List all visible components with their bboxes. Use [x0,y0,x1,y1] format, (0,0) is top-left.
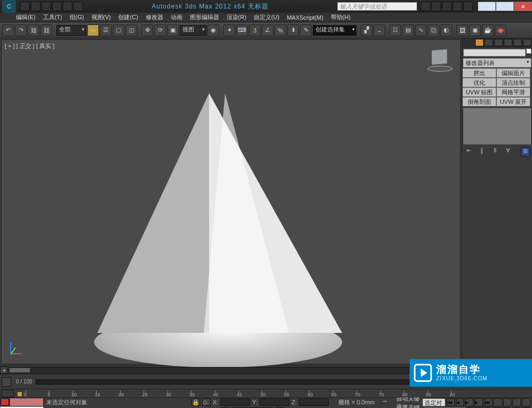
maxscript-mini-icon[interactable] [1,398,9,406]
help-search-input[interactable]: 输入关键字或短语 [337,2,417,11]
nav-zoom-icon[interactable] [494,398,502,406]
play-icon[interactable]: ▸ [465,398,473,406]
isolate-icon[interactable]: ◇ [202,398,211,406]
nav-zoom-extents-icon[interactable] [522,398,530,406]
render-icon[interactable]: ☕ [482,25,494,36]
make-unique-icon[interactable]: Ⅱ [491,147,500,157]
schematic-view-icon[interactable]: ⿻ [428,25,439,36]
link-icon[interactable]: ⛓ [28,25,39,36]
unlink-icon[interactable]: ⛓ [40,25,52,36]
menu-modifiers[interactable]: 修改器 [146,13,163,21]
tab-display-icon[interactable] [513,39,522,46]
scroll-left-icon[interactable]: ◂ [0,366,7,374]
mod-bevel-profile[interactable]: 倒角剖面 [462,97,496,107]
goto-start-icon[interactable]: ⏮ [446,398,455,406]
tab-motion-icon[interactable] [504,39,512,46]
object-name-input[interactable] [463,49,526,56]
named-selection-dropdown[interactable]: 创建选择集 [313,25,356,36]
remove-modifier-icon[interactable]: ∀ [504,147,513,157]
nav-zoom-all-icon[interactable] [503,398,512,406]
menu-help[interactable]: 帮助(H) [331,13,351,21]
setkey-button[interactable]: 设置关键点 [396,404,423,409]
menu-edit[interactable]: 编辑(E) [16,13,36,21]
spinner-snap-icon[interactable]: ⬍ [287,25,299,36]
goto-end-icon[interactable]: ⏭ [484,398,493,406]
coord-z-input[interactable] [299,398,329,406]
curve-editor-icon[interactable]: ∿ [415,25,427,36]
mirror-icon[interactable]: ▞ [361,25,372,36]
time-config-icon[interactable] [2,377,11,387]
undo-icon[interactable]: ↶ [2,25,14,36]
layer-manager-icon[interactable]: ☷ [389,25,401,36]
mod-optimize[interactable]: 优化 [462,78,496,87]
select-by-name-icon[interactable]: ☰ [100,25,112,36]
material-editor-icon[interactable]: ◐ [440,25,452,36]
mod-meshsmooth[interactable]: 网格平滑 [496,87,530,97]
key-marker-icon[interactable] [17,391,22,397]
coord-y-input[interactable] [260,398,289,406]
qat-new-icon[interactable] [20,2,30,11]
time-ruler[interactable]: 051015202530354045505560657075808590 [0,389,532,397]
mini-listener[interactable] [10,398,43,406]
cone-object[interactable] [97,93,347,381]
rendered-frame-icon[interactable]: ▣ [469,25,481,36]
redo-icon[interactable]: ↷ [15,25,27,36]
help-icon[interactable] [463,2,473,11]
menu-views[interactable]: 视图(V) [92,13,111,21]
maximize-button[interactable]: ☐ [496,2,514,11]
menu-render[interactable]: 渲染(R) [227,13,246,21]
tab-utilities-icon[interactable] [523,39,531,46]
qat-open-icon[interactable] [31,2,40,11]
render-production-icon[interactable]: 🫖 [495,25,506,36]
graphite-ribbon-icon[interactable]: ▤ [402,25,414,36]
nav-fov-icon[interactable] [512,398,521,406]
coord-x-input[interactable] [220,398,250,406]
tab-create-icon[interactable] [475,39,484,46]
subscription-icon[interactable] [431,2,441,11]
qat-more-icon[interactable] [73,2,83,11]
viewcube[interactable] [427,48,453,72]
edit-named-sel-icon[interactable]: ✎ [300,25,312,36]
infocenter-icon[interactable] [421,2,430,11]
key-mode-icon[interactable]: ⊸ [382,398,393,406]
exchange-icon[interactable] [442,2,452,11]
move-icon[interactable]: ✥ [142,25,153,36]
ref-coord-dropdown[interactable]: 视图 [180,25,206,36]
favorite-icon[interactable] [453,2,462,11]
modifier-stack[interactable] [463,108,531,145]
modifier-list-dropdown[interactable]: 修改器列表 [463,58,531,68]
selection-filter-dropdown[interactable]: 全部 [56,25,86,36]
object-color-swatch[interactable] [526,48,531,54]
show-end-result-icon[interactable]: ‖ [478,147,487,157]
mod-uvw-map[interactable]: UVW 贴图 [462,87,496,97]
qat-undo-icon[interactable] [52,2,62,11]
rect-select-icon[interactable]: ▢ [113,25,124,36]
menu-graph[interactable]: 图形编辑器 [190,13,219,21]
pin-stack-icon[interactable]: ⇤ [464,147,473,157]
menu-create[interactable]: 创建(C) [118,13,138,21]
keyboard-shortcut-icon[interactable]: ⌨ [236,25,248,36]
snap-toggle-icon[interactable]: 3 [249,25,261,36]
viewport-label[interactable]: [ + ] [ 正交 ] [ 真实 ] [5,42,54,50]
mod-vertex-paint[interactable]: 顶点绘制 [496,78,530,87]
select-manipulate-icon[interactable]: ✦ [223,25,235,36]
selected-obj-field[interactable]: 选定对象 [422,398,445,406]
menu-animation[interactable]: 动画 [171,13,182,21]
select-object-icon[interactable]: ▭ [87,25,99,36]
close-button[interactable]: ✕ [514,2,532,11]
mod-extrude[interactable]: 挤出 [462,68,496,78]
angle-snap-icon[interactable]: ∠ [262,25,273,36]
window-crossing-icon[interactable]: ◫ [126,25,137,36]
configure-sets-icon[interactable]: ⊞ [521,147,530,157]
menu-customize[interactable]: 自定义(U) [254,13,279,21]
tab-modify-icon[interactable] [485,39,493,46]
scale-icon[interactable]: ▣ [167,25,179,36]
pivot-icon[interactable]: ◉ [207,25,219,36]
time-slider[interactable] [36,379,462,385]
rotate-icon[interactable]: ⟳ [154,25,166,36]
qat-save-icon[interactable] [41,2,51,11]
minimize-button[interactable]: ― [478,2,496,11]
render-setup-icon[interactable]: 🖼 [456,25,468,36]
hscrollbar[interactable] [9,367,453,373]
viewport[interactable]: [ + ] [ 正交 ] [ 真实 ] [1,39,461,364]
